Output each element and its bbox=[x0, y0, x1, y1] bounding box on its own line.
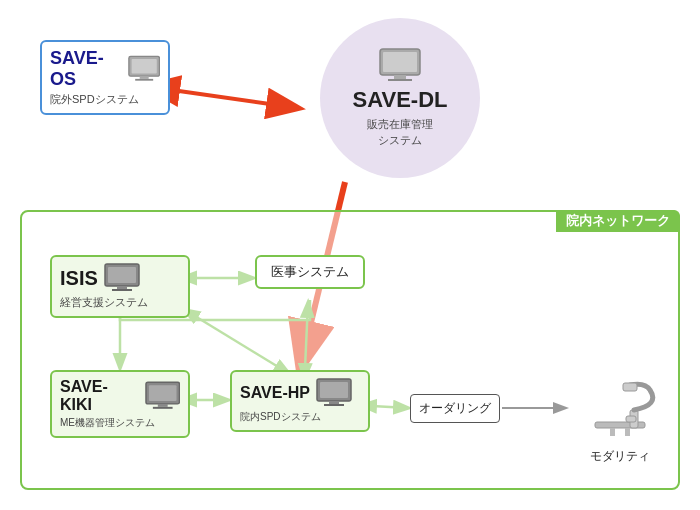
svg-rect-18 bbox=[108, 267, 136, 283]
isis-subtitle: 経営支援システム bbox=[60, 295, 180, 310]
save-dl-node: SAVE-DL 販売在庫管理システム bbox=[320, 18, 480, 178]
iji-system-node: 医事システム bbox=[255, 255, 365, 289]
modality-device-icon bbox=[580, 380, 660, 440]
svg-rect-12 bbox=[388, 79, 412, 81]
save-hp-subtitle: 院内SPDシステム bbox=[240, 410, 360, 424]
monitor-icon-hp bbox=[316, 378, 352, 408]
svg-rect-34 bbox=[626, 416, 636, 422]
iji-system-label: 医事システム bbox=[271, 264, 349, 279]
svg-rect-23 bbox=[157, 404, 167, 407]
svg-rect-10 bbox=[383, 52, 417, 72]
network-label: 院内ネットワーク bbox=[556, 210, 680, 232]
svg-rect-33 bbox=[623, 383, 637, 391]
save-dl-subtitle: 販売在庫管理システム bbox=[367, 116, 433, 149]
save-hp-node: SAVE-HP 院内SPDシステム bbox=[230, 370, 370, 432]
save-os-subtitle: 院外SPDシステム bbox=[50, 92, 160, 107]
svg-rect-14 bbox=[131, 59, 156, 73]
svg-rect-22 bbox=[148, 385, 176, 401]
svg-rect-24 bbox=[152, 407, 172, 409]
save-hp-title: SAVE-HP bbox=[240, 384, 310, 402]
monitor-icon-save-os bbox=[128, 54, 160, 84]
save-os-node: SAVE-OS 院外SPDシステム bbox=[40, 40, 170, 115]
monitor-icon-kiki bbox=[145, 381, 180, 411]
isis-node: ISIS 経営支援システム bbox=[50, 255, 190, 318]
svg-rect-31 bbox=[625, 428, 630, 436]
svg-rect-19 bbox=[117, 286, 127, 289]
modality-node: モダリティ bbox=[575, 380, 665, 465]
svg-rect-30 bbox=[610, 428, 615, 436]
ordering-label: オーダリング bbox=[419, 401, 491, 415]
save-kiki-title: SAVE-KIKI bbox=[60, 378, 139, 414]
svg-rect-16 bbox=[135, 79, 153, 81]
save-kiki-node: SAVE-KIKI ME機器管理システム bbox=[50, 370, 190, 438]
modality-label: モダリティ bbox=[575, 448, 665, 465]
save-dl-title: SAVE-DL bbox=[353, 87, 448, 113]
ordering-node: オーダリング bbox=[410, 394, 500, 423]
svg-rect-11 bbox=[394, 75, 406, 79]
svg-line-0 bbox=[172, 90, 298, 108]
monitor-icon-save-dl bbox=[378, 47, 422, 83]
svg-rect-20 bbox=[112, 289, 132, 291]
isis-title: ISIS bbox=[60, 267, 98, 290]
monitor-icon-isis bbox=[104, 263, 140, 293]
svg-rect-15 bbox=[139, 76, 148, 79]
svg-rect-28 bbox=[324, 404, 344, 406]
save-kiki-subtitle: ME機器管理システム bbox=[60, 416, 180, 430]
svg-rect-26 bbox=[320, 382, 348, 398]
save-os-title: SAVE-OS bbox=[50, 48, 122, 90]
svg-rect-27 bbox=[329, 401, 339, 404]
